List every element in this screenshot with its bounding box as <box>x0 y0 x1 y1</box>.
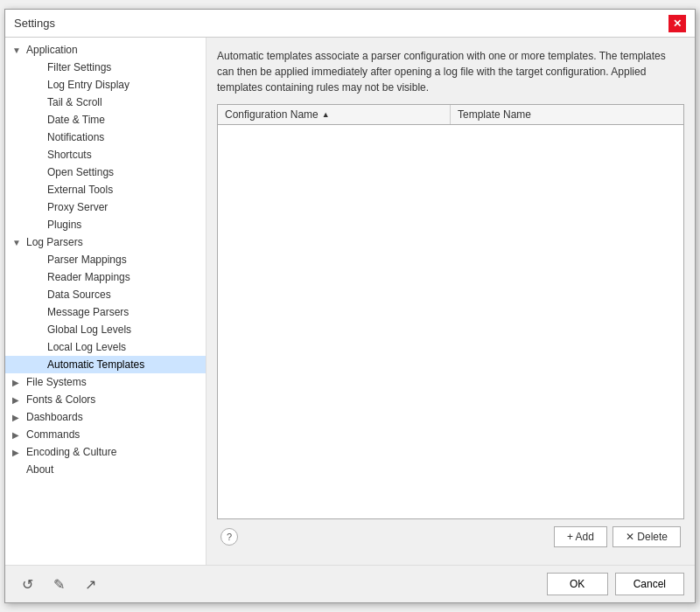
sidebar-item-data-sources[interactable]: Data Sources <box>5 286 206 303</box>
link-icon[interactable]: ↗ <box>79 573 102 595</box>
sidebar-item-fonts-colors[interactable]: ▶Fonts & Colors <box>5 391 206 408</box>
help-button[interactable]: ? <box>220 528 238 546</box>
sidebar-label-parser-mappings: Parser Mappings <box>47 254 199 266</box>
sidebar-label-encoding-culture: Encoding & Culture <box>26 446 199 458</box>
main-panel: Automatic templates associate a parser c… <box>206 38 695 565</box>
sidebar-item-open-settings[interactable]: Open Settings <box>5 163 206 181</box>
sidebar-label-commands: Commands <box>26 428 199 441</box>
sidebar-item-tail-scroll[interactable]: Tail & Scroll <box>5 94 206 111</box>
sidebar-item-shortcuts[interactable]: Shortcuts <box>5 146 206 163</box>
sidebar-label-open-settings: Open Settings <box>47 166 199 178</box>
cancel-button[interactable]: Cancel <box>615 573 684 595</box>
table-header: Configuration Name ▲ Template Name <box>218 105 683 125</box>
sidebar-label-fonts-colors: Fonts & Colors <box>26 393 199 406</box>
title-bar: Settings ✕ <box>5 10 695 38</box>
sidebar-item-message-parsers[interactable]: Message Parsers <box>5 303 206 321</box>
sidebar-item-file-systems[interactable]: ▶File Systems <box>5 373 206 391</box>
bottom-right-buttons: OK Cancel <box>547 573 684 595</box>
refresh-icon[interactable]: ↺ <box>16 573 38 595</box>
sidebar-item-local-log-levels[interactable]: Local Log Levels <box>5 338 206 356</box>
delete-button[interactable]: ✕ Delete <box>612 526 681 547</box>
sidebar-item-date-time[interactable]: Date & Time <box>5 111 206 129</box>
sidebar-item-encoding-culture[interactable]: ▶Encoding & Culture <box>5 443 206 461</box>
sidebar-item-dashboards[interactable]: ▶Dashboards <box>5 408 206 426</box>
sidebar-label-proxy-server: Proxy Server <box>47 201 199 213</box>
sidebar-item-commands[interactable]: ▶Commands <box>5 426 206 443</box>
sidebar-label-notifications: Notifications <box>47 131 199 143</box>
ok-button[interactable]: OK <box>547 573 608 595</box>
sidebar-item-about[interactable]: About <box>5 461 206 478</box>
table-body <box>218 125 683 518</box>
sidebar: ▼ApplicationFilter SettingsLog Entry Dis… <box>5 38 206 565</box>
sidebar-label-external-tools: External Tools <box>47 184 199 196</box>
table-container: Configuration Name ▲ Template Name <box>217 104 684 519</box>
edit-icon[interactable]: ✎ <box>47 573 70 595</box>
sidebar-label-about: About <box>26 463 199 476</box>
expand-icon-fonts-colors: ▶ <box>12 395 26 405</box>
expand-icon-log-parsers: ▼ <box>12 238 26 247</box>
window-title: Settings <box>14 17 55 30</box>
sidebar-label-message-parsers: Message Parsers <box>47 306 199 318</box>
sidebar-item-parser-mappings[interactable]: Parser Mappings <box>5 251 206 268</box>
content-area: ▼ApplicationFilter SettingsLog Entry Dis… <box>5 38 695 565</box>
action-buttons: + Add ✕ Delete <box>554 526 681 547</box>
sidebar-label-automatic-templates: Automatic Templates <box>47 358 199 371</box>
description-text: Automatic templates associate a parser c… <box>217 48 684 95</box>
sidebar-label-file-systems: File Systems <box>26 376 199 388</box>
sidebar-label-plugins: Plugins <box>47 219 199 231</box>
sidebar-label-local-log-levels: Local Log Levels <box>47 341 199 353</box>
sidebar-label-log-entry-display: Log Entry Display <box>47 79 199 91</box>
sidebar-item-log-parsers[interactable]: ▼Log Parsers <box>5 233 206 251</box>
sidebar-item-proxy-server[interactable]: Proxy Server <box>5 198 206 216</box>
sidebar-label-application: Application <box>26 44 199 56</box>
sort-arrow-icon: ▲ <box>322 110 330 119</box>
column-template-name[interactable]: Template Name <box>451 105 683 124</box>
expand-icon-encoding-culture: ▶ <box>12 448 26 457</box>
expand-icon-application: ▼ <box>12 45 26 55</box>
sidebar-item-external-tools[interactable]: External Tools <box>5 181 206 198</box>
sidebar-label-date-time: Date & Time <box>47 114 199 126</box>
sidebar-label-dashboards: Dashboards <box>26 411 199 423</box>
expand-icon-commands: ▶ <box>12 430 26 440</box>
sidebar-item-log-entry-display[interactable]: Log Entry Display <box>5 76 206 94</box>
sidebar-label-data-sources: Data Sources <box>47 289 199 301</box>
table-actions: ? + Add ✕ Delete <box>217 519 684 554</box>
bottom-bar: ↺ ✎ ↗ OK Cancel <box>5 565 695 602</box>
sidebar-label-shortcuts: Shortcuts <box>47 149 199 161</box>
sidebar-label-global-log-levels: Global Log Levels <box>47 323 199 336</box>
close-button[interactable]: ✕ <box>668 15 686 32</box>
expand-icon-file-systems: ▶ <box>12 378 26 387</box>
sidebar-item-global-log-levels[interactable]: Global Log Levels <box>5 321 206 338</box>
column-config-name[interactable]: Configuration Name ▲ <box>218 105 451 124</box>
sidebar-item-notifications[interactable]: Notifications <box>5 129 206 146</box>
sidebar-item-application[interactable]: ▼Application <box>5 41 206 59</box>
sidebar-item-filter-settings[interactable]: Filter Settings <box>5 59 206 76</box>
sidebar-item-reader-mappings[interactable]: Reader Mappings <box>5 268 206 286</box>
sidebar-label-reader-mappings: Reader Mappings <box>47 271 199 283</box>
sidebar-item-plugins[interactable]: Plugins <box>5 216 206 233</box>
sidebar-label-tail-scroll: Tail & Scroll <box>47 96 199 108</box>
settings-window: Settings ✕ ▼ApplicationFilter SettingsLo… <box>4 9 696 603</box>
add-button[interactable]: + Add <box>554 526 607 547</box>
sidebar-label-log-parsers: Log Parsers <box>26 236 199 248</box>
bottom-left-icons: ↺ ✎ ↗ <box>16 573 102 595</box>
sidebar-label-filter-settings: Filter Settings <box>47 61 199 73</box>
expand-icon-dashboards: ▶ <box>12 413 26 422</box>
sidebar-item-automatic-templates[interactable]: Automatic Templates <box>5 356 206 373</box>
